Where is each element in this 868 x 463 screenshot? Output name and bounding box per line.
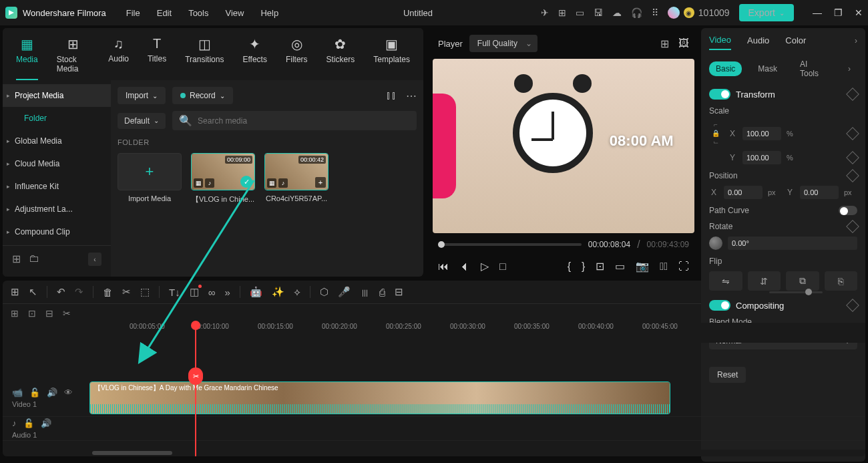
tabs-more-icon[interactable]: › xyxy=(855,36,857,49)
playhead[interactable]: ✂ xyxy=(195,323,196,456)
sidebar-item-compound-clip[interactable]: ▸Compound Clip xyxy=(3,220,111,243)
snapshot-preview-icon[interactable]: 🖼 xyxy=(678,37,689,50)
quality-select[interactable]: Full Quality xyxy=(469,35,537,52)
pos-y-input[interactable] xyxy=(800,186,839,199)
media-thumb-2[interactable]: 00:00:42▦♪+CRo4ciY5R57AP... xyxy=(264,153,329,204)
crop-button[interactable]: ⬚ xyxy=(140,286,150,298)
tab-templates[interactable]: ▣Templates xyxy=(373,33,410,80)
tab-titles[interactable]: TTitles xyxy=(148,33,166,80)
save-icon[interactable]: 🖫 xyxy=(594,7,603,18)
close-button[interactable]: ✕ xyxy=(855,7,863,18)
step-back-button[interactable]: ⏴ xyxy=(459,261,470,273)
enhance-button[interactable]: ✨ xyxy=(272,286,284,298)
display-icon[interactable]: ▭ xyxy=(615,260,625,273)
tab-stock-media[interactable]: ⊞Stock Media xyxy=(57,33,90,80)
filter-icon[interactable]: ⫿⫿ xyxy=(386,90,397,102)
menu-edit[interactable]: Edit xyxy=(157,8,172,18)
layout1-icon[interactable]: ⊞ xyxy=(558,7,566,18)
transform-header[interactable]: Transform xyxy=(709,89,857,100)
minimize-button[interactable]: — xyxy=(813,7,822,18)
grid-icon[interactable]: ⠿ xyxy=(652,7,658,18)
split-button[interactable]: ✂ xyxy=(188,367,203,385)
transform-toggle[interactable] xyxy=(709,89,730,100)
import-button[interactable]: Import⌄ xyxy=(118,87,166,104)
compositing-keyframe[interactable] xyxy=(846,299,859,312)
send-icon[interactable]: ✈ xyxy=(541,7,549,18)
scale-y-keyframe[interactable] xyxy=(846,151,859,164)
rotate-input[interactable] xyxy=(728,237,857,250)
redo-button[interactable]: ↷ xyxy=(75,286,83,298)
sidebar-item-cloud-media[interactable]: ▸Cloud Media xyxy=(3,152,111,175)
tl-icon4[interactable]: ✂ xyxy=(63,308,71,319)
path-curve-toggle[interactable] xyxy=(839,206,857,215)
play-button[interactable]: ▷ xyxy=(481,260,489,273)
media-thumb-0[interactable]: +Import Media xyxy=(118,153,182,204)
tab-media[interactable]: ▦Media xyxy=(16,33,38,80)
sidebar-item-folder[interactable]: Folder xyxy=(3,107,111,130)
sidebar-item-project-media[interactable]: ▸Project Media xyxy=(3,84,111,107)
timeline-ruler[interactable]: 00:00:05:0000:00:10:0000:00:15:0000:00:2… xyxy=(89,323,865,343)
pos-x-input[interactable] xyxy=(724,186,763,199)
sidebar-item-adjustment-la-[interactable]: ▸Adjustment La... xyxy=(3,198,111,220)
more-icon[interactable]: ⋯ xyxy=(406,90,417,102)
media-thumb-1[interactable]: 00:09:00▦♪✓【VLOG in Chine... xyxy=(191,153,255,204)
tab-color[interactable]: Color xyxy=(785,35,806,49)
sidebar-item-global-media[interactable]: ▸Global Media xyxy=(3,130,111,152)
compare-icon[interactable]: ⊞ xyxy=(660,37,669,50)
scrub-track[interactable] xyxy=(438,243,582,246)
vtrack-lock-icon[interactable]: 🔓 xyxy=(29,388,40,398)
search-box[interactable]: 🔍 xyxy=(172,111,417,130)
video-track-content[interactable]: 【VLOG in Chinese】A Day with Me Grace Man… xyxy=(89,379,865,416)
atrack-mute-icon[interactable]: 🔊 xyxy=(41,418,51,428)
ai-button[interactable]: 🤖 xyxy=(250,286,262,298)
rotate-knob[interactable] xyxy=(709,237,722,250)
snapshot-button[interactable]: 📷 xyxy=(636,260,649,273)
prev-frame-button[interactable]: ⏮ xyxy=(438,261,449,273)
quality-icon[interactable]: ✕⃝ xyxy=(660,261,668,273)
tl-icon3[interactable]: ⊟ xyxy=(45,308,53,319)
tab-audio[interactable]: ♫Audio xyxy=(108,33,129,80)
flip-h-button[interactable]: ⇋ xyxy=(709,271,742,291)
stop-button[interactable]: □ xyxy=(499,261,506,273)
headphones-icon[interactable]: 🎧 xyxy=(631,7,642,18)
more-tools-button[interactable]: » xyxy=(224,287,230,298)
subtab-ai[interactable]: AI Tools xyxy=(793,57,832,81)
maximize-button[interactable]: ❐ xyxy=(834,7,843,18)
vtrack-cam-icon[interactable]: 📹 xyxy=(12,388,23,398)
menu-help[interactable]: Help xyxy=(260,8,278,18)
flip-v-button[interactable]: ⇵ xyxy=(748,271,781,291)
sidebar-item-influence-kit[interactable]: ▸Influence Kit xyxy=(3,175,111,198)
tab-filters[interactable]: ◎Filters xyxy=(286,33,308,80)
tab-effects[interactable]: ✦Effects xyxy=(242,33,266,80)
compositing-header[interactable]: Compositing xyxy=(709,300,857,311)
menu-file[interactable]: File xyxy=(126,8,140,18)
tl-cursor-icon[interactable]: ↖ xyxy=(29,286,37,298)
voice-button[interactable]: 🎤 xyxy=(338,286,351,298)
fit-button[interactable]: ⊟ xyxy=(395,286,403,298)
marker-button[interactable]: ⬡ xyxy=(320,286,329,298)
vtrack-mute-icon[interactable]: 🔊 xyxy=(47,388,57,398)
paste-button[interactable]: ⎘ xyxy=(825,271,858,291)
sort-select[interactable]: Default⌄ xyxy=(118,113,166,129)
scale-x-keyframe[interactable] xyxy=(846,127,859,140)
sparkle-button[interactable]: ⟡ xyxy=(294,286,300,298)
render-button[interactable]: ⎙ xyxy=(379,287,385,298)
tab-audio[interactable]: Audio xyxy=(747,35,769,49)
video-clip[interactable]: 【VLOG in Chinese】A Day with Me Grace Man… xyxy=(89,381,670,414)
tl-icon1[interactable]: ⊞ xyxy=(11,308,19,319)
text-button[interactable]: T↓ xyxy=(169,287,180,298)
delete-button[interactable]: 🗑 xyxy=(103,287,113,298)
mark-in-button[interactable]: { xyxy=(568,261,571,273)
tab-transitions[interactable]: ◫Transitions xyxy=(185,33,224,80)
scale-y-input[interactable] xyxy=(742,151,781,164)
subtab-mask[interactable]: Mask xyxy=(751,61,784,76)
credits-display[interactable]: ◉ 101009 xyxy=(668,7,730,19)
tl-icon2[interactable]: ⊡ xyxy=(28,308,36,319)
link-button[interactable]: ∞ xyxy=(208,287,216,298)
mark-out-button[interactable]: } xyxy=(582,261,585,273)
menu-tools[interactable]: Tools xyxy=(188,8,208,18)
tab-stickers[interactable]: ✿Stickers xyxy=(327,33,355,80)
record-button[interactable]: Record⌄ xyxy=(172,87,233,104)
tab-video[interactable]: Video xyxy=(709,35,731,50)
video-player[interactable]: 08:00 AM xyxy=(433,59,694,233)
